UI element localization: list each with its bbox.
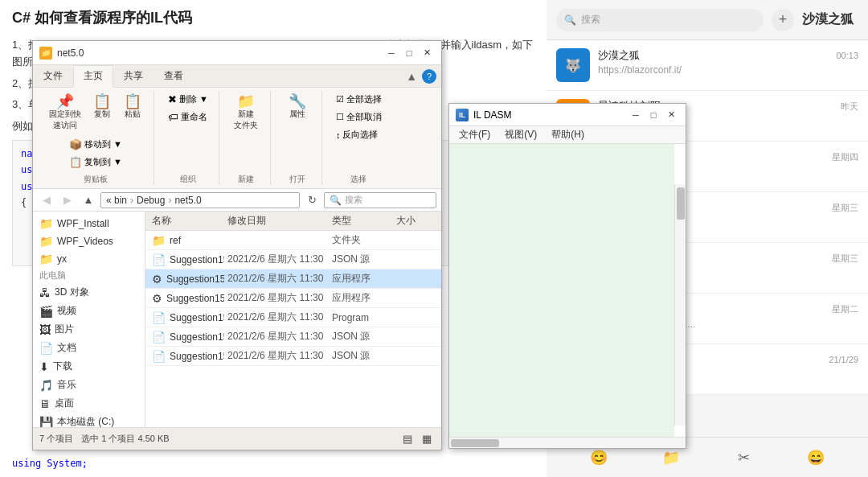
- ribbon-collapse-btn[interactable]: ▲: [406, 70, 417, 83]
- path-debug: Debug: [137, 195, 165, 206]
- file-size: [393, 277, 441, 282]
- ribbon-group-organize: ✖删除 ▼ 🏷重命名 组织: [158, 91, 219, 185]
- il-minimize-button[interactable]: ─: [628, 108, 644, 122]
- il-hscroll-thumb: [451, 439, 499, 447]
- deselect-all-button[interactable]: ☐ 全部取消: [332, 109, 386, 125]
- move-to-button[interactable]: 📦移动到 ▼: [65, 136, 126, 153]
- file-row[interactable]: 📁 ref 文件夹: [145, 231, 441, 250]
- rename-button[interactable]: 🏷重命名: [164, 109, 212, 125]
- tree-item-downloads[interactable]: ⬇ 下载: [33, 357, 145, 376]
- up-button[interactable]: ▲: [80, 191, 97, 209]
- tree-item-drive-c[interactable]: 💾 本地磁盘 (C:): [33, 413, 145, 427]
- 3d-icon: 🖧: [39, 286, 51, 299]
- file-size: [393, 335, 441, 339]
- tab-share[interactable]: 共享: [113, 65, 154, 87]
- delete-button[interactable]: ✖删除 ▼: [164, 91, 212, 108]
- col-type[interactable]: 类型: [329, 212, 393, 230]
- paste-button[interactable]: 📋 粘贴: [118, 91, 147, 134]
- file-type-icon: ⚙: [152, 292, 162, 305]
- scissors-button[interactable]: ✂: [732, 446, 755, 469]
- tab-home[interactable]: 主页: [73, 65, 113, 88]
- select-label: 选择: [350, 171, 366, 185]
- tree-item-3d[interactable]: 🖧 3D 对象: [33, 283, 145, 302]
- select-all-button[interactable]: ☑ 全部选择: [332, 91, 386, 108]
- menu-file[interactable]: 文件(F): [452, 126, 497, 143]
- file-row[interactable]: ⚙ Suggestion157.exe 2021/2/6 星期六 11:30 应…: [145, 289, 441, 308]
- col-name[interactable]: 名称: [145, 212, 224, 230]
- detail-view-button[interactable]: ▦: [419, 431, 435, 447]
- tree-item-docs[interactable]: 📄 文档: [33, 339, 145, 357]
- tree-item-yx[interactable]: 📁 yx: [33, 250, 145, 268]
- view-buttons: ▤ ▦: [399, 431, 435, 447]
- tree-item-video[interactable]: 🎬 视频: [33, 302, 145, 320]
- copy-button[interactable]: 📋 复制: [88, 91, 117, 134]
- tree-item-wpf-install[interactable]: 📁 WPF_Install: [33, 215, 145, 232]
- tab-view[interactable]: 查看: [154, 65, 194, 87]
- chat-list-item[interactable]: 🐺 沙漠之狐 00:13 https://blazorconf.it/: [547, 40, 868, 91]
- file-rows-container: 📁 ref 文件夹 📄 Suggestion157.deps.json 2021…: [145, 231, 441, 366]
- add-contact-button[interactable]: +: [772, 9, 794, 31]
- il-maximize-button[interactable]: □: [645, 108, 661, 122]
- chat-time: 21/1/29: [829, 355, 858, 364]
- col-date[interactable]: 修改日期: [224, 212, 329, 230]
- refresh-button[interactable]: ↻: [303, 191, 321, 209]
- tree-item-wpf-videos[interactable]: 📁 WPF_Videos: [33, 232, 145, 250]
- help-button[interactable]: ?: [422, 69, 436, 84]
- search-input[interactable]: 🔍 搜索: [324, 192, 436, 208]
- path-net50: net5.0: [174, 195, 201, 206]
- close-button[interactable]: ✕: [419, 46, 435, 60]
- list-view-button[interactable]: ▤: [399, 431, 416, 447]
- col-size[interactable]: 大小: [393, 212, 441, 230]
- file-row[interactable]: 📄 Suggestion157.runtimeconfig.json 2021/…: [145, 347, 441, 366]
- file-name: 📄 Suggestion157.runtimeconfig.json: [145, 347, 224, 365]
- forward-button[interactable]: ▶: [59, 191, 76, 209]
- file-row[interactable]: ⚙ Suggestion157.dll 2021/2/6 星期六 11:30 应…: [145, 269, 441, 289]
- file-row[interactable]: 📄 Suggestion157.deps.json 2021/2/6 星期六 1…: [145, 250, 441, 269]
- il-menu-bar: 文件(F) 视图(V) 帮助(H): [449, 126, 686, 144]
- open-label: 打开: [289, 171, 305, 185]
- emoji-button[interactable]: 😊: [588, 446, 610, 469]
- paste-icon: 📋: [124, 94, 141, 109]
- folder-icon: 📁: [39, 235, 53, 248]
- maximize-button[interactable]: □: [401, 46, 417, 60]
- chat-preview: https://blazorconf.it/: [598, 64, 858, 76]
- il-horizontal-scrollbar[interactable]: [449, 437, 686, 448]
- properties-button[interactable]: 🔧 属性: [283, 91, 312, 123]
- file-row[interactable]: 📄 Suggestion157.runtimeconfig.dev.json 2…: [145, 327, 441, 347]
- chat-name: 沙漠之狐: [598, 48, 640, 63]
- chat-time: 星期三: [832, 202, 858, 214]
- address-bar: ◀ ▶ ▲ « bin › Debug › net5.0 ↻ 🔍 搜索: [33, 189, 441, 212]
- tab-file[interactable]: 文件: [33, 65, 73, 87]
- new-folder-button[interactable]: 📁 新建文件夹: [229, 91, 263, 134]
- tree-item-pictures[interactable]: 🖼 图片: [33, 320, 145, 339]
- il-vertical-scrollbar[interactable]: [674, 184, 686, 426]
- il-close-button[interactable]: ✕: [663, 108, 679, 122]
- chat-info: 沙漠之狐 00:13 https://blazorconf.it/: [598, 48, 858, 76]
- invert-selection-button[interactable]: ↕ 反向选择: [332, 126, 386, 143]
- file-explorer-window: 📁 net5.0 ─ □ ✕ 文件 主页 共享 查看 ▲ ? 📌: [32, 40, 442, 450]
- chat-time: 星期四: [832, 151, 858, 163]
- tree-item-music[interactable]: 🎵 音乐: [33, 376, 145, 394]
- file-date: 2021/2/6 星期六 11:30: [224, 347, 329, 365]
- il-dasm-title: IL DASM: [473, 109, 623, 121]
- chat-search-box[interactable]: 🔍 搜索: [556, 9, 764, 31]
- folder-icon: 📁: [39, 253, 53, 265]
- file-type: 文件夹: [329, 231, 393, 249]
- address-path[interactable]: « bin › Debug › net5.0: [100, 192, 300, 208]
- minimize-button[interactable]: ─: [383, 46, 399, 60]
- file-name: ⚙ Suggestion157.dll: [145, 270, 224, 288]
- tree-item-desktop[interactable]: 🖥 桌面: [33, 394, 145, 413]
- rename-icon: 🏷: [168, 111, 178, 123]
- file-type-icon: 📁: [152, 234, 166, 247]
- properties-icon: 🔧: [289, 94, 306, 109]
- back-button[interactable]: ◀: [38, 191, 55, 209]
- file-row[interactable]: 📄 Suggestion157.pdb 2021/2/6 星期六 11:30 P…: [145, 308, 441, 327]
- folder-button[interactable]: 📁: [660, 446, 682, 469]
- copy-to-button[interactable]: 📋复制到 ▼: [65, 154, 126, 171]
- pictures-icon: 🖼: [39, 323, 51, 336]
- menu-view[interactable]: 视图(V): [498, 126, 543, 143]
- search-icon: 🔍: [330, 195, 342, 206]
- menu-help[interactable]: 帮助(H): [545, 126, 591, 143]
- smiley-button[interactable]: 😄: [805, 446, 827, 469]
- pin-to-quick-access-button[interactable]: 📌 固定到快速访问: [44, 91, 86, 134]
